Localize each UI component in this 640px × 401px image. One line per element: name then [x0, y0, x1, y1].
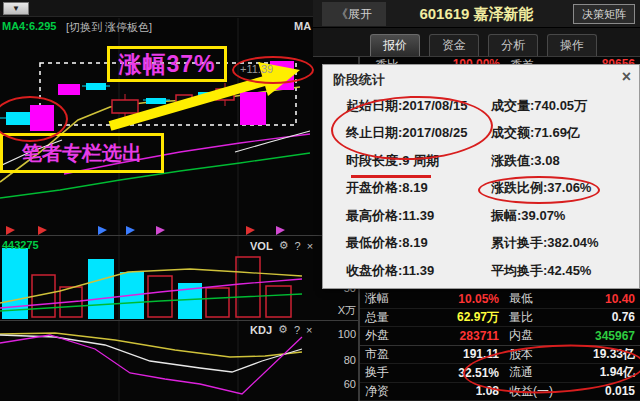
label: 流通: [499, 364, 561, 381]
ma-corner-label: MA: [294, 20, 311, 32]
change-value: 涨跌值:3.08: [491, 152, 639, 170]
popup-content: 起始日期:2017/08/15 成交量:740.05万 终止日期:2017/08…: [323, 92, 639, 285]
popup-title: 阶段统计: [333, 71, 385, 89]
quote-row-volume: 总量 62.97万 量比 0.76: [360, 309, 640, 328]
price-tag: +11.39: [240, 63, 273, 75]
tab-analysis[interactable]: 分析: [488, 34, 538, 56]
annotation-underline-period: [351, 175, 431, 178]
turnover-amount: 成交额:71.69亿: [491, 124, 639, 142]
volume-value: 443275: [2, 239, 39, 251]
value: 283711: [407, 329, 499, 343]
decision-matrix-button[interactable]: 决策矩阵: [573, 4, 635, 24]
stat-row: 起始日期:2017/08/15 成交量:740.05万: [323, 92, 639, 120]
average-turnover: 平均换手:42.45%: [491, 262, 639, 280]
end-date: 终止日期:2017/08/25: [323, 124, 491, 142]
kdj-pane-title: KDJ: [250, 324, 272, 336]
amplitude: 振幅:39.07%: [491, 207, 639, 225]
stat-row: 开盘价格:8.19 涨跌比例:37.06%: [323, 175, 639, 203]
label: 净资: [365, 383, 407, 400]
close-icon[interactable]: ×: [307, 240, 313, 252]
cumulative-turnover: 累计换手:382.04%: [491, 234, 639, 252]
label: 量比: [499, 309, 561, 326]
stat-row: 时段长度:9 周期 涨跌值:3.08: [323, 147, 639, 175]
start-date: 起始日期:2017/08/15: [323, 97, 491, 115]
vol-axis-unit: X万: [320, 303, 356, 318]
stat-row: 终止日期:2017/08/25 成交额:71.69亿: [323, 120, 639, 148]
quote-tabbar: 报价 资金 分析 操作: [313, 28, 640, 57]
label: 总量: [365, 309, 407, 326]
quote-row-pe: 市盈 191.11 股本 19.33亿: [360, 346, 640, 365]
value: 10.40: [561, 292, 635, 306]
value: 1.94亿: [561, 364, 635, 381]
gear-icon[interactable]: ⚙: [279, 239, 289, 252]
vol-pane-header: VOL ⚙ ? ×: [250, 239, 313, 252]
low-price: 最低价格:8.19: [323, 234, 491, 252]
ma-value: MA4:6.295: [2, 20, 56, 32]
weibi-value: 100.00%: [408, 57, 500, 64]
high-price: 最高价格:11.39: [323, 207, 491, 225]
quote-row-turnover: 换手 32.51% 流通 1.94亿: [360, 364, 640, 383]
weibi-label: 委比: [360, 57, 408, 64]
value: 0.76: [561, 310, 635, 324]
stock-trading-app: ▼: [0, 0, 640, 401]
close-icon[interactable]: ×: [306, 324, 312, 336]
signal-markers: [6, 226, 285, 235]
label: 股本: [499, 346, 561, 363]
volume: 成交量:740.05万: [491, 97, 639, 115]
value: 345967: [561, 329, 635, 343]
vol-pane-title: VOL: [250, 240, 273, 252]
label: 市盈: [365, 346, 407, 363]
author-callout: 笔者专栏选出: [0, 133, 164, 173]
quote-row-change: 涨幅 10.05% 最低 10.40: [360, 290, 640, 309]
value: 0.015: [561, 384, 635, 398]
kdj-axis-80: 80: [320, 354, 356, 366]
kdj-axis-60: 60: [320, 378, 356, 390]
help-icon[interactable]: ?: [294, 324, 300, 336]
value: 19.33亿: [561, 346, 635, 363]
stage-statistics-popup: 阶段统计 × 起始日期:2017/08/15 成交量:740.05万 终止日期:…: [322, 64, 640, 289]
weicha-value: 80656: [562, 57, 640, 64]
label: 最低: [499, 290, 561, 307]
label: 换手: [365, 364, 407, 381]
tab-funds[interactable]: 资金: [429, 34, 479, 56]
value: 32.51%: [407, 366, 499, 380]
quote-row-netasset: 净资 1.08 收益(一) 0.015: [360, 383, 640, 401]
tab-quote[interactable]: 报价: [370, 34, 420, 56]
label: 涨幅: [365, 290, 407, 307]
stat-row: 最高价格:11.39 振幅:39.07%: [323, 202, 639, 230]
value: 62.97万: [407, 309, 499, 326]
partial-quote-row: 委比 100.00% 委差 80656: [360, 57, 640, 64]
quote-row-outer-inner: 外盘 283711 内盘 345967: [360, 327, 640, 346]
kdj-pane-header: KDJ ⚙ ? ×: [250, 323, 312, 336]
kdj-axis-100: 100: [320, 328, 356, 340]
right-panel-header: 《展开 601619 嘉泽新能 决策矩阵: [313, 0, 640, 28]
label: 收益(一): [499, 383, 561, 400]
change-percent: 涨跌比例:37.06%: [491, 179, 639, 197]
value: 1.08: [407, 384, 499, 398]
value: 10.05%: [407, 292, 499, 306]
open-price: 开盘价格:8.19: [323, 179, 491, 197]
label: 外盘: [365, 327, 407, 344]
gain-callout: 涨幅37%: [107, 46, 227, 82]
value: 191.11: [407, 347, 499, 361]
stat-row: 收盘价格:11.39 平均换手:42.45%: [323, 257, 639, 285]
gear-icon[interactable]: ⚙: [278, 323, 288, 336]
close-price: 收盘价格:11.39: [323, 262, 491, 280]
label: 内盘: [499, 327, 561, 344]
color-switch-hint[interactable]: [切换到 涨停板色]: [66, 20, 152, 35]
weicha-label: 委差: [500, 57, 562, 64]
period-length: 时段长度:9 周期: [323, 152, 491, 170]
help-icon[interactable]: ?: [295, 240, 301, 252]
quote-panel: 涨幅 10.05% 最低 10.40 总量 62.97万 量比 0.76 外盘 …: [360, 290, 640, 401]
tab-operation[interactable]: 操作: [547, 34, 597, 56]
stat-row: 最低价格:8.19 累计换手:382.04%: [323, 230, 639, 258]
close-icon[interactable]: ×: [622, 68, 631, 86]
